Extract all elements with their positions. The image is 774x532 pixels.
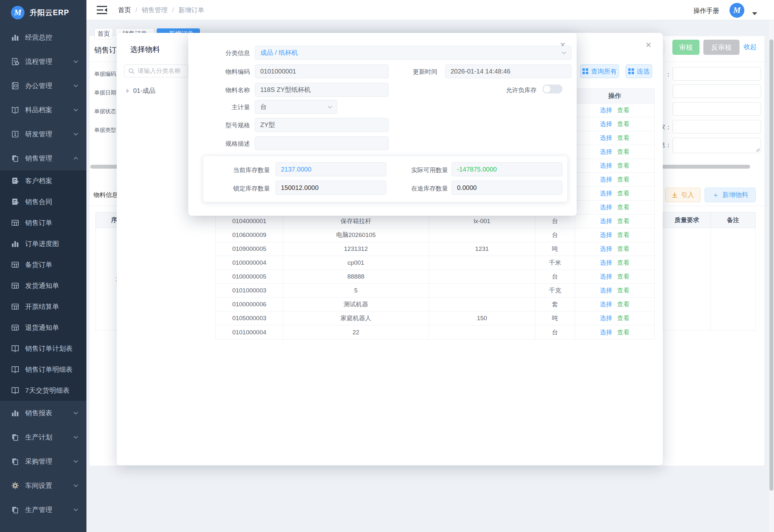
vertical-scrollbar[interactable] <box>769 39 773 491</box>
sidebar-item-发货通知单[interactable]: 发货通知单 <box>0 275 86 296</box>
select-link[interactable]: 选择 <box>600 231 612 239</box>
sidebar-item-销售订单明细表[interactable]: 销售订单明细表 <box>0 359 86 380</box>
audit-button[interactable]: 审核 <box>672 40 700 55</box>
sidebar-item-车间设置[interactable]: 车间设置 <box>0 473 86 498</box>
view-link[interactable]: 查看 <box>617 259 630 267</box>
view-link[interactable]: 查看 <box>617 189 630 198</box>
sidebar-item-采购管理[interactable]: 采购管理 <box>0 449 86 473</box>
view-link[interactable]: 查看 <box>617 231 630 239</box>
model-input[interactable]: ZY型 <box>255 118 389 132</box>
cell-spec <box>429 270 535 283</box>
category-search-input[interactable]: 请输入分类名称 <box>124 64 188 77</box>
cell-unit: 吨 <box>535 311 575 325</box>
view-link[interactable]: 查看 <box>617 272 630 281</box>
sidebar-item-加工车间[interactable]: 加工车间 <box>0 531 86 532</box>
sidebar-item-label: 生产计划 <box>25 433 73 442</box>
view-link[interactable]: 查看 <box>617 175 630 184</box>
select-link[interactable]: 选择 <box>600 314 612 322</box>
sidebar-item-订单进度图[interactable]: 订单进度图 <box>0 233 86 254</box>
form-textarea-remark[interactable] <box>672 138 761 153</box>
view-link[interactable]: 查看 <box>617 286 630 295</box>
add-material-button[interactable]: ＋ 新增物料 <box>705 188 756 202</box>
updated-input[interactable]: 2026-01-14 14:48:46 <box>445 64 571 78</box>
avatar[interactable]: M <box>729 3 744 18</box>
sidebar-item-退货通知单[interactable]: 退货通知单 <box>0 317 86 338</box>
category-select[interactable]: 成品 / 纸杯机 <box>255 46 571 60</box>
sidebar-item-销售订单[interactable]: 销售订单 <box>0 212 86 233</box>
breadcrumb-home[interactable]: 首页 <box>118 6 131 15</box>
openbook-icon <box>11 386 19 395</box>
sidebar-item-流程管理[interactable]: 流程管理 <box>0 49 86 74</box>
manual-link[interactable]: 操作手册 <box>693 6 719 15</box>
form-input[interactable] <box>672 84 761 98</box>
import-button[interactable]: 引入 <box>665 188 700 202</box>
sidebar-item-生产计划[interactable]: 生产计划 <box>0 425 86 449</box>
tab-home[interactable]: 首页 <box>94 28 113 39</box>
select-link[interactable]: 选择 <box>600 120 612 128</box>
select-link[interactable]: 选择 <box>600 300 612 309</box>
sidebar-item-经营总控[interactable]: 经营总控 <box>0 25 86 49</box>
code-input[interactable]: 0101000001 <box>255 64 389 78</box>
select-link[interactable]: 选择 <box>600 286 612 295</box>
unit-select[interactable]: 台 <box>255 100 337 114</box>
select-link[interactable]: 选择 <box>600 175 612 184</box>
user-dropdown-caret-icon[interactable] <box>752 12 757 15</box>
view-link[interactable]: 查看 <box>617 203 630 212</box>
name-input[interactable]: 118S ZY型纸杯机 <box>255 83 389 97</box>
form-input[interactable] <box>672 102 761 116</box>
chart-icon <box>11 33 19 42</box>
view-link[interactable]: 查看 <box>617 148 630 156</box>
view-link[interactable]: 查看 <box>617 300 630 309</box>
tree-expand-icon[interactable] <box>126 89 129 93</box>
chevron-icon <box>73 283 79 289</box>
sidebar-item-销售管理[interactable]: 销售管理 <box>0 146 86 170</box>
spec-desc-input[interactable] <box>255 136 389 150</box>
view-link[interactable]: 查看 <box>617 120 630 128</box>
view-link[interactable]: 查看 <box>617 314 630 322</box>
select-link[interactable]: 选择 <box>600 162 612 170</box>
sidebar-item-料品档案[interactable]: 料品档案 <box>0 98 86 122</box>
form-input[interactable] <box>672 67 761 81</box>
select-link[interactable]: 选择 <box>600 259 612 267</box>
resize-handle-icon[interactable] <box>755 147 760 152</box>
select-link[interactable]: 选择 <box>600 189 612 198</box>
collapse-menu-icon[interactable] <box>97 5 107 15</box>
select-link[interactable]: 选择 <box>600 148 612 156</box>
app-logo: M 升阳云ERP <box>0 0 86 25</box>
sidebar-item-7天交货明细表[interactable]: 7天交货明细表 <box>0 380 86 401</box>
select-link[interactable]: 选择 <box>600 217 612 225</box>
query-all-button[interactable]: 查询所有 <box>580 64 619 78</box>
sidebar-item-研发管理[interactable]: 研发管理 <box>0 122 86 146</box>
cell-actions: 选择 查看 <box>575 131 654 145</box>
view-link[interactable]: 查看 <box>617 217 630 225</box>
select-link[interactable]: 选择 <box>600 134 612 142</box>
sidebar-item-开票结算单[interactable]: 开票结算单 <box>0 296 86 317</box>
view-link[interactable]: 查看 <box>617 134 630 142</box>
modal-close-icon[interactable]: × <box>646 40 651 50</box>
sidebar-item-客户档案[interactable]: 客户档案 <box>0 170 86 191</box>
view-link[interactable]: 查看 <box>617 245 630 253</box>
material-info-tab[interactable]: 物料信息 <box>94 191 118 199</box>
unaudit-button[interactable]: 反审核 <box>703 40 739 55</box>
sidebar-item-销售报表[interactable]: 销售报表 <box>0 401 86 425</box>
sidebar-item-办公管理[interactable]: 办公管理 <box>0 74 86 98</box>
select-link[interactable]: 选择 <box>600 272 612 281</box>
tree-node-finished-goods[interactable]: 01-成品 <box>126 86 155 95</box>
select-link[interactable]: 选择 <box>600 106 612 114</box>
multi-select-button[interactable]: 连选 <box>626 64 652 78</box>
sidebar-item-生产管理[interactable]: 生产管理 <box>0 498 86 522</box>
transit-stock-value: 0.0000 <box>457 184 477 192</box>
form-input-manufacturer[interactable] <box>672 120 761 133</box>
select-link[interactable]: 选择 <box>600 328 612 337</box>
sidebar-item-销售订单计划表[interactable]: 销售订单计划表 <box>0 338 86 359</box>
view-link[interactable]: 查看 <box>617 162 630 170</box>
negative-stock-toggle[interactable] <box>542 84 562 94</box>
breadcrumb-sales[interactable]: 销售管理 <box>142 6 168 15</box>
select-link[interactable]: 选择 <box>600 203 612 212</box>
collapse-link[interactable]: 收起 <box>744 43 757 51</box>
sidebar-item-备货订单[interactable]: 备货订单 <box>0 254 86 275</box>
view-link[interactable]: 查看 <box>617 106 630 114</box>
select-link[interactable]: 选择 <box>600 245 612 253</box>
sidebar-item-销售合同[interactable]: 销售合同 <box>0 191 86 212</box>
view-link[interactable]: 查看 <box>617 328 630 337</box>
